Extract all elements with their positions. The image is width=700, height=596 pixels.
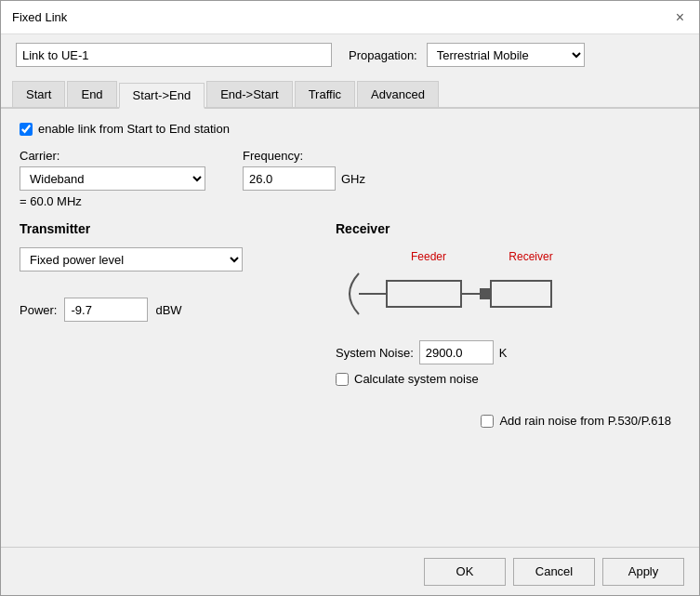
content-area: enable link from Start to End station Ca…: [1, 109, 699, 547]
enable-label: enable link from Start to End station: [38, 122, 230, 136]
svg-rect-1: [387, 281, 461, 307]
system-noise-unit: K: [499, 346, 508, 360]
calc-noise-checkbox[interactable]: [336, 373, 349, 386]
enable-row: enable link from Start to End station: [20, 122, 680, 136]
tab-end-start[interactable]: End->Start: [206, 81, 293, 107]
tab-traffic[interactable]: Traffic: [295, 81, 355, 107]
transmitter-section: Transmitter Fixed power level Variable p…: [20, 221, 336, 386]
close-button[interactable]: ×: [672, 10, 688, 25]
frequency-group: Frequency: GHz: [243, 149, 365, 191]
carrier-select[interactable]: Wideband Narrowband: [20, 166, 205, 191]
dialog-title: Fixed Link: [12, 10, 67, 24]
feeder-label-svg: Feeder: [411, 250, 446, 263]
frequency-label: Frequency:: [243, 149, 365, 163]
svg-rect-4: [491, 281, 551, 307]
receiver-section: Receiver Feeder Receiver: [336, 221, 680, 386]
receiver-title: Receiver: [336, 221, 680, 236]
calc-noise-row: Calculate system noise: [336, 372, 680, 386]
tab-end[interactable]: End: [67, 81, 116, 107]
rain-noise-checkbox[interactable]: [481, 415, 494, 428]
system-noise-label: System Noise:: [336, 346, 414, 360]
receiver-diagram: Feeder Receiver: [336, 247, 577, 331]
enable-checkbox[interactable]: [20, 123, 33, 136]
receiver-label-svg: Receiver: [508, 250, 552, 263]
tab-start[interactable]: Start: [12, 81, 65, 107]
tab-advanced[interactable]: Advanced: [357, 81, 439, 107]
system-noise-input[interactable]: [419, 340, 494, 364]
propagation-select[interactable]: Terrestrial Mobile Free Space Hata COST …: [427, 43, 585, 67]
bandwidth-label: = 60.0 MHz: [20, 194, 680, 208]
title-bar: Fixed Link ×: [1, 1, 699, 34]
rain-noise-label: Add rain noise from P.530/P.618: [499, 414, 671, 428]
rain-noise-row: Add rain noise from P.530/P.618: [20, 414, 680, 428]
dialog-window: Fixed Link × Propagation: Terrestrial Mo…: [0, 0, 700, 596]
frequency-input[interactable]: [243, 166, 336, 191]
calc-noise-label: Calculate system noise: [354, 372, 479, 386]
receiver-svg: Feeder Receiver: [336, 247, 577, 331]
svg-rect-3: [480, 288, 491, 299]
power-unit: dBW: [155, 303, 181, 317]
carrier-group: Carrier: Wideband Narrowband: [20, 149, 205, 191]
power-type-select[interactable]: Fixed power level Variable power level: [20, 247, 243, 272]
carrier-frequency-row: Carrier: Wideband Narrowband Frequency: …: [20, 149, 680, 191]
footer: OK Cancel Apply: [1, 547, 699, 595]
header-row: Propagation: Terrestrial Mobile Free Spa…: [1, 34, 699, 75]
tabs-row: Start End Start->End End->Start Traffic …: [1, 75, 699, 109]
cancel-button[interactable]: Cancel: [513, 558, 595, 586]
power-input[interactable]: [64, 298, 148, 322]
frequency-unit: GHz: [341, 172, 365, 186]
system-noise-row: System Noise: K: [336, 340, 680, 364]
power-label: Power:: [20, 303, 57, 317]
link-name-input[interactable]: [16, 43, 332, 67]
ok-button[interactable]: OK: [424, 558, 506, 586]
transmitter-receiver-row: Transmitter Fixed power level Variable p…: [20, 221, 680, 386]
transmitter-title: Transmitter: [20, 221, 336, 236]
tab-start-end[interactable]: Start->End: [119, 83, 205, 109]
apply-button[interactable]: Apply: [602, 558, 684, 586]
freq-row: GHz: [243, 166, 365, 191]
power-row: Power: dBW: [20, 298, 336, 322]
propagation-label: Propagation:: [349, 48, 417, 62]
carrier-label: Carrier:: [20, 149, 205, 163]
